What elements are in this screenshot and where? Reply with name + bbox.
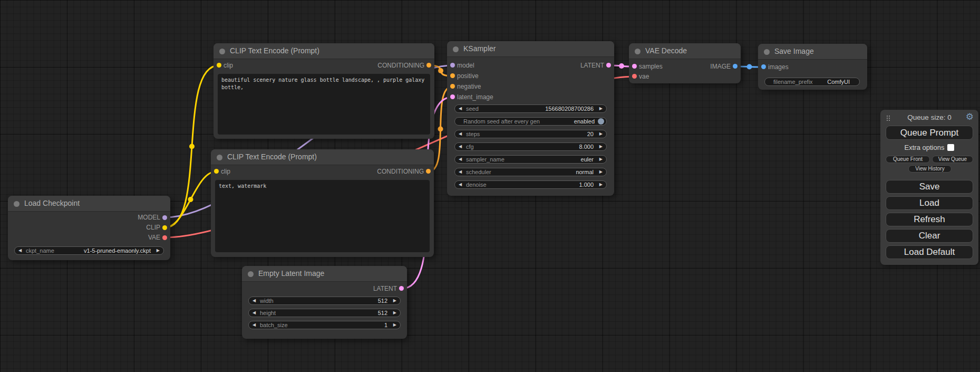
increment-arrow-icon[interactable]: ▶ <box>599 130 603 138</box>
prompt-textarea[interactable]: text, watermark <box>215 180 430 252</box>
increment-arrow-icon[interactable]: ▶ <box>393 297 396 304</box>
random-seed-toggle[interactable]: Random seed after every gen enabled <box>454 117 607 126</box>
link-cond-negative-midpoint-dot[interactable] <box>438 127 443 132</box>
extra-options-checkbox[interactable] <box>947 144 954 151</box>
prompt-textarea[interactable]: beautiful scenery nature glass bottle la… <box>218 74 430 135</box>
port-latent-output[interactable] <box>399 286 404 291</box>
decrement-arrow-icon[interactable]: ◀ <box>459 130 462 138</box>
view-history-button[interactable]: View History <box>908 165 952 173</box>
node-empty-latent-image[interactable]: Empty Latent Image LATENT ◀ width 512 ▶ … <box>242 266 407 339</box>
decrement-arrow-icon[interactable]: ◀ <box>18 247 22 254</box>
cfg-widget[interactable]: ◀ cfg 8.000 ▶ <box>454 142 607 151</box>
collapse-dot-icon[interactable] <box>217 155 222 160</box>
view-queue-button[interactable]: View Queue <box>932 156 973 163</box>
port-latent-output[interactable] <box>606 63 611 68</box>
node-title-bar[interactable]: CLIP Text Encode (Prompt) <box>211 149 434 165</box>
link-cond-positive-midpoint-dot[interactable] <box>438 68 443 73</box>
widget-value: 20 <box>587 130 594 138</box>
increment-arrow-icon[interactable]: ▶ <box>599 143 603 150</box>
node-title-bar[interactable]: Save Image <box>758 44 867 60</box>
output-label-conditioning: CONDITIONING <box>316 167 424 176</box>
increment-arrow-icon[interactable]: ▶ <box>393 309 396 317</box>
decrement-arrow-icon[interactable]: ◀ <box>459 143 462 150</box>
decrement-arrow-icon[interactable]: ◀ <box>459 105 462 112</box>
height-widget[interactable]: ◀ height 512 ▶ <box>248 309 401 317</box>
port-images-input[interactable] <box>761 64 766 69</box>
node-vae-decode[interactable]: VAE Decode samples IMAGE vae <box>629 43 741 83</box>
widget-label: cfg <box>466 143 474 150</box>
node-title-bar[interactable]: KSampler <box>447 41 614 57</box>
link-clip-negative-midpoint-dot[interactable] <box>188 197 193 202</box>
filename-prefix-widget[interactable]: filename_prefix ComfyUI <box>764 78 860 86</box>
port-latent-image-input[interactable] <box>450 94 455 99</box>
port-conditioning-output[interactable] <box>426 63 431 68</box>
port-vae-output[interactable] <box>162 235 167 240</box>
refresh-button[interactable]: Refresh <box>886 213 973 226</box>
port-negative-input[interactable] <box>450 84 455 89</box>
collapse-dot-icon[interactable] <box>453 46 459 52</box>
collapse-dot-icon[interactable] <box>219 49 225 54</box>
node-title: CLIP Text Encode (Prompt) <box>227 149 317 165</box>
increment-arrow-icon[interactable]: ▶ <box>393 321 396 329</box>
decrement-arrow-icon[interactable]: ◀ <box>253 321 256 329</box>
decrement-arrow-icon[interactable]: ◀ <box>459 156 462 163</box>
link-image-midpoint-dot[interactable] <box>747 64 752 70</box>
port-model-output[interactable] <box>162 215 167 220</box>
seed-widget[interactable]: ◀ seed 156680208700286 ▶ <box>454 104 607 113</box>
widget-label: seed <box>466 105 479 112</box>
save-button[interactable]: Save <box>886 180 973 194</box>
port-image-output[interactable] <box>733 64 738 69</box>
queue-menu-panel[interactable]: Queue size: 0 ⚙ Queue Prompt Extra optio… <box>880 110 978 265</box>
port-clip-output[interactable] <box>162 225 167 230</box>
node-save-image[interactable]: Save Image images filename_prefix ComfyU… <box>758 44 867 90</box>
steps-widget[interactable]: ◀ steps 20 ▶ <box>454 130 607 138</box>
width-widget[interactable]: ◀ width 512 ▶ <box>248 297 401 305</box>
port-samples-input[interactable] <box>632 64 637 69</box>
node-title-bar[interactable]: Empty Latent Image <box>242 266 407 282</box>
node-clip-text-encode-positive[interactable]: CLIP Text Encode (Prompt) clip CONDITION… <box>214 43 434 139</box>
increment-arrow-icon[interactable]: ▶ <box>599 181 603 188</box>
decrement-arrow-icon[interactable]: ◀ <box>253 297 256 304</box>
ckpt-name-widget[interactable]: ◀ ckpt_name v1-5-pruned-emaonly.ckpt ▶ <box>14 246 164 255</box>
increment-arrow-icon[interactable]: ▶ <box>599 168 603 176</box>
decrement-arrow-icon[interactable]: ◀ <box>459 168 462 176</box>
port-vae-input[interactable] <box>632 74 637 79</box>
node-title-bar[interactable]: CLIP Text Encode (Prompt) <box>214 43 434 59</box>
node-title-bar[interactable]: Load Checkpoint <box>8 196 170 212</box>
queue-prompt-button[interactable]: Queue Prompt <box>886 126 973 140</box>
batch-size-widget[interactable]: ◀ batch_size 1 ▶ <box>248 321 401 329</box>
load-default-button[interactable]: Load Default <box>886 245 973 259</box>
increment-arrow-icon[interactable]: ▶ <box>599 105 603 112</box>
collapse-dot-icon[interactable] <box>635 49 641 54</box>
decrement-arrow-icon[interactable]: ◀ <box>253 309 256 317</box>
port-model-input[interactable] <box>450 63 455 68</box>
link-latent-samples-midpoint-dot[interactable] <box>619 63 624 69</box>
link-clip-positive-midpoint-dot[interactable] <box>189 144 195 149</box>
port-positive-input[interactable] <box>450 73 455 78</box>
port-clip-input[interactable] <box>214 169 219 174</box>
port-clip-input[interactable] <box>217 63 221 68</box>
port-conditioning-output[interactable] <box>426 169 431 174</box>
settings-gear-icon[interactable]: ⚙ <box>966 111 974 122</box>
clear-button[interactable]: Clear <box>886 229 973 243</box>
collapse-dot-icon[interactable] <box>14 201 20 207</box>
collapse-dot-icon[interactable] <box>764 49 770 55</box>
node-ksampler[interactable]: KSampler model positive negative latent_… <box>447 41 614 196</box>
denoise-widget[interactable]: ◀ denoise 1.000 ▶ <box>454 180 607 189</box>
node-title-bar[interactable]: VAE Decode <box>629 43 741 59</box>
load-button[interactable]: Load <box>886 196 973 210</box>
node-clip-text-encode-negative[interactable]: CLIP Text Encode (Prompt) clip CONDITION… <box>211 149 434 257</box>
scheduler-widget[interactable]: ◀ scheduler normal ▶ <box>454 168 607 176</box>
graph-canvas[interactable]: Load Checkpoint MODEL CLIP VAE ◀ ckpt_na… <box>0 0 980 372</box>
queue-front-button[interactable]: Queue Front <box>886 156 930 163</box>
widget-label: Random seed after every gen <box>463 118 540 125</box>
increment-arrow-icon[interactable]: ▶ <box>599 156 603 163</box>
widget-value: 1.000 <box>579 181 594 188</box>
sampler-name-widget[interactable]: ◀ sampler_name euler ▶ <box>454 155 607 164</box>
node-load-checkpoint[interactable]: Load Checkpoint MODEL CLIP VAE ◀ ckpt_na… <box>8 196 170 260</box>
decrement-arrow-icon[interactable]: ◀ <box>459 181 462 188</box>
toggle-knob-icon[interactable] <box>598 118 604 125</box>
increment-arrow-icon[interactable]: ▶ <box>157 247 160 254</box>
collapse-dot-icon[interactable] <box>248 271 254 277</box>
widget-value: 512 <box>378 297 387 304</box>
